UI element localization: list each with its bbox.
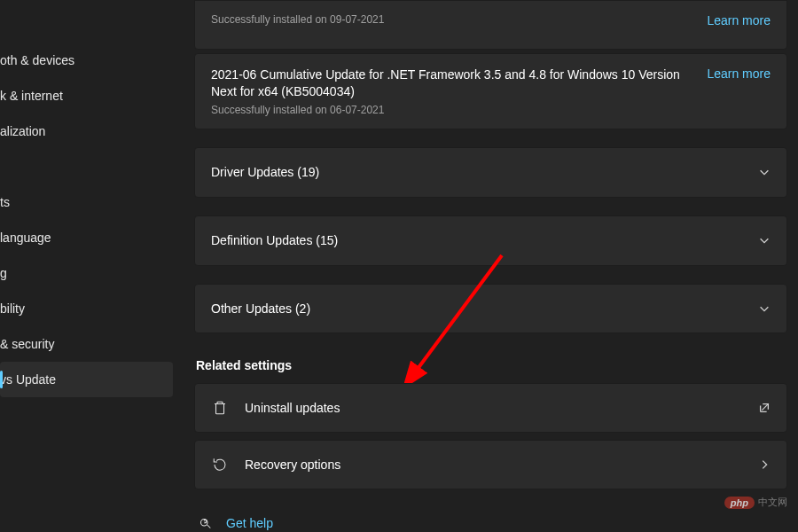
sidebar-item-label: bility xyxy=(0,301,25,316)
sidebar-item-gaming[interactable]: g xyxy=(0,255,173,291)
sidebar-item-label: oth & devices xyxy=(0,53,74,67)
sidebar-item-accessibility[interactable]: bility xyxy=(0,291,173,326)
get-help-row[interactable]: Get help xyxy=(194,514,787,532)
sidebar-item-network-internet[interactable]: k & internet xyxy=(0,78,173,113)
group-label: Driver Updates (19) xyxy=(211,165,319,179)
update-history-item-prior: Successfully installed on 09-07-2021 Lea… xyxy=(194,0,787,50)
recovery-options-row[interactable]: Recovery options xyxy=(194,440,787,489)
update-status-text: Successfully installed on 06-07-2021 xyxy=(211,104,698,116)
related-settings-heading: Related settings xyxy=(196,358,787,372)
chevron-right-icon xyxy=(758,458,771,471)
main-content: Successfully installed on 09-07-2021 Lea… xyxy=(173,0,798,532)
learn-more-link[interactable]: Learn more xyxy=(707,13,771,27)
update-group-definition-updates[interactable]: Definition Updates (15) xyxy=(194,215,787,266)
group-label: Other Updates (2) xyxy=(211,301,310,316)
update-group-other-updates[interactable]: Other Updates (2) xyxy=(194,284,787,334)
sidebar-item-personalization[interactable]: alization xyxy=(0,113,173,149)
watermark: php 中文网 xyxy=(724,496,787,509)
update-history-item: 2021-06 Cumulative Update for .NET Frame… xyxy=(194,53,787,129)
sidebar-item-privacy-security[interactable]: & security xyxy=(0,326,173,362)
sidebar-item-label: k & internet xyxy=(0,89,63,103)
learn-more-link[interactable]: Learn more xyxy=(707,66,771,81)
watermark-badge: php xyxy=(724,497,755,509)
sidebar-item-label: language xyxy=(0,231,51,245)
chevron-down-icon xyxy=(758,302,771,315)
sidebar-item-bluetooth-devices[interactable]: oth & devices xyxy=(0,43,173,78)
sidebar-item-label: g xyxy=(0,266,7,280)
sidebar-item-accounts[interactable]: ts xyxy=(0,184,173,220)
sidebar-item-label: ts xyxy=(0,195,10,209)
settings-row-label: Uninstall updates xyxy=(245,401,340,415)
help-icon xyxy=(196,514,214,532)
recovery-icon xyxy=(211,456,229,473)
sidebar: oth & devices k & internet alization ts … xyxy=(0,0,173,532)
chevron-down-icon xyxy=(758,234,771,246)
sidebar-item-label: vs Update xyxy=(0,372,56,387)
group-label: Definition Updates (15) xyxy=(211,233,338,247)
update-group-driver-updates[interactable]: Driver Updates (19) xyxy=(194,147,787,198)
watermark-text: 中文网 xyxy=(758,496,787,509)
sidebar-item-label: alization xyxy=(0,124,45,138)
update-status-text: Successfully installed on 09-07-2021 xyxy=(211,13,698,26)
sidebar-item-time-language[interactable]: language xyxy=(0,220,173,255)
trash-icon xyxy=(211,399,229,417)
settings-row-label: Recovery options xyxy=(245,458,340,472)
update-title: 2021-06 Cumulative Update for .NET Frame… xyxy=(211,66,698,100)
sidebar-item-windows-update[interactable]: vs Update xyxy=(0,362,173,397)
chevron-down-icon xyxy=(758,166,771,178)
uninstall-updates-row[interactable]: Uninstall updates xyxy=(194,383,787,433)
sidebar-item-label: & security xyxy=(0,337,54,351)
get-help-link[interactable]: Get help xyxy=(226,516,273,530)
open-external-icon xyxy=(758,402,771,414)
